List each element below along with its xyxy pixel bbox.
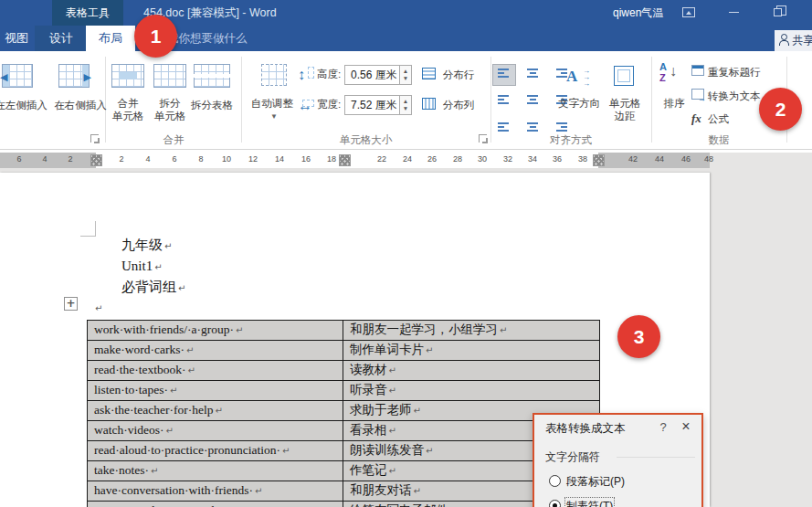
cell-chinese[interactable]: 听录音↵: [343, 381, 600, 401]
ruler[interactable]: 6422468101214161822242628303234363842444…: [0, 153, 812, 168]
column-marker-icon[interactable]: [339, 154, 351, 166]
empty-paragraph: ↵: [93, 299, 102, 317]
align-icon: [554, 69, 567, 82]
insert-left-icon: ◀: [2, 64, 33, 88]
paragraph: Unit1↵: [121, 258, 163, 276]
height-spinner[interactable]: ▲▼: [400, 65, 412, 85]
align-center-center-button[interactable]: [521, 89, 544, 111]
ruler-number: 30: [475, 154, 490, 164]
ruler-number: 6: [12, 154, 26, 164]
account-user-name[interactable]: qiwen气温: [613, 0, 663, 26]
table-row: read·aloud·to·practice·pronunciation·↵朗读…: [88, 441, 600, 461]
cell-size-dialog-launcher-icon[interactable]: [479, 134, 487, 143]
column-marker-icon[interactable]: [90, 154, 102, 166]
align-top-left-button[interactable]: [492, 64, 516, 86]
height-input[interactable]: 0.56 厘米: [344, 65, 400, 85]
paragraph-text[interactable]: 九年级: [121, 238, 163, 252]
cell-english[interactable]: read·the·textbook·↵: [88, 361, 343, 381]
ribbon-display-options-icon[interactable]: [682, 7, 695, 17]
height-label: 高度:: [314, 68, 343, 81]
dialog-close-icon[interactable]: ×: [678, 418, 694, 435]
ruler-number: 26: [425, 154, 439, 164]
sort-z-letter: Z: [659, 73, 666, 83]
ruler-offpage-area: [710, 153, 812, 168]
dialog-help-icon[interactable]: ?: [656, 420, 670, 434]
paragraph-mark-icon: ↵: [500, 325, 507, 335]
ruler-number: 14: [272, 154, 287, 164]
cell-english[interactable]: take·notes·↵: [88, 461, 343, 481]
width-input[interactable]: 7.52 厘米: [344, 95, 400, 115]
convert-to-text-icon: [691, 89, 704, 100]
paragraph-mark-icon: ↵: [414, 486, 421, 496]
column-marker-icon[interactable]: [593, 154, 605, 166]
annotation-step-2: 2: [759, 88, 802, 131]
cell-text: 朗读训练发音: [350, 443, 424, 457]
share-label: 共享: [792, 34, 812, 47]
align-bottom-left-button[interactable]: [492, 113, 516, 135]
align-bottom-right-button[interactable]: [549, 113, 573, 135]
restore-window-icon[interactable]: [774, 8, 782, 16]
person-icon: [778, 34, 789, 46]
align-center-left-button[interactable]: [492, 89, 516, 111]
ruler-number: 10: [219, 154, 234, 164]
cell-english[interactable]: read·aloud·to·practice·pronunciation·↵: [88, 441, 343, 461]
text-direction-button[interactable]: 文字方向: [555, 97, 603, 111]
group-divider: [617, 457, 695, 458]
cell-margins-button[interactable]: 单元格 边距: [601, 97, 649, 122]
paragraph-mark-icon: ↵: [178, 283, 185, 293]
cell-text: 求助于老师: [350, 403, 412, 417]
distribute-columns-button[interactable]: 分布列: [438, 99, 479, 112]
ruler-number: 34: [525, 154, 540, 164]
cell-margins-label-1: 单元格: [601, 97, 649, 110]
ruler-number: 4: [141, 154, 155, 164]
merge-cells-button[interactable]: 合并 单元格: [104, 97, 152, 122]
radio-icon: [549, 475, 561, 487]
paragraph-mark-icon: ↵: [187, 365, 195, 375]
cell-english[interactable]: listen·to·tapes·↵: [88, 381, 343, 401]
cell-english[interactable]: ask·the·teacher·for·help↵: [88, 401, 343, 421]
rows-columns-dialog-launcher-icon[interactable]: [90, 134, 99, 143]
cell-text: listen·to·tapes·: [94, 383, 168, 396]
cell-text: 作笔记: [350, 463, 387, 477]
share-button[interactable]: 共享: [775, 30, 812, 51]
cell-english[interactable]: write·e-mails·to·pen·pals·↵: [88, 502, 343, 507]
cell-chinese[interactable]: 读教材↵: [343, 361, 600, 381]
cell-english[interactable]: work·with·friends/·a·group·↵: [88, 321, 343, 341]
cell-margins-label-2: 边距: [601, 110, 649, 122]
cell-english[interactable]: make·word·carks·↵: [88, 341, 343, 361]
cell-english[interactable]: have·conversation·with·friends·↵: [88, 481, 343, 502]
tab-layout[interactable]: 布局: [86, 26, 135, 51]
repeat-header-rows-button[interactable]: 重复标题行: [708, 66, 774, 79]
distribute-columns-icon: [422, 98, 436, 110]
ruler-number: 4: [37, 154, 52, 164]
paragraph-mark-icon: ↵: [255, 486, 262, 496]
cell-text: work·with·friends/·a·group·: [94, 322, 234, 336]
align-top-center-button[interactable]: [521, 64, 544, 86]
cell-text: take·notes·: [94, 463, 149, 477]
cell-english[interactable]: watch·videos·↵: [88, 421, 343, 441]
tab-design[interactable]: 设计: [37, 26, 86, 51]
paragraph-text[interactable]: Unit1: [121, 259, 153, 273]
align-bottom-center-button[interactable]: [521, 113, 544, 135]
cell-chinese[interactable]: 和朋友一起学习，小组学习↵: [343, 321, 600, 341]
autofit-button[interactable]: 自动调整: [243, 97, 301, 111]
paragraph: 必背词组↵: [121, 279, 185, 297]
split-table-button[interactable]: 拆分表格: [185, 99, 239, 112]
align-icon: [526, 93, 539, 107]
width-spinner[interactable]: ▲▼: [400, 95, 412, 115]
table-move-handle[interactable]: +: [64, 297, 78, 311]
doc-table[interactable]: work·with·friends/·a·group·↵和朋友一起学习，小组学习…: [87, 320, 600, 507]
annotation-step-1: 1: [134, 15, 177, 58]
paragraph-text[interactable]: 必背词组: [121, 280, 176, 294]
autofit-dropdown-icon[interactable]: ▼: [270, 112, 278, 121]
distribute-rows-button[interactable]: 分布行: [438, 69, 479, 82]
cell-text: 写电子邮件: [387, 503, 449, 507]
sort-a-letter: A: [659, 62, 667, 72]
minimize-icon[interactable]: [729, 12, 739, 13]
sort-button[interactable]: 排序: [652, 97, 696, 111]
align-icon: [554, 118, 567, 132]
cell-chinese[interactable]: 制作单词卡片↵: [343, 341, 600, 361]
tab-view[interactable]: 视图: [0, 26, 33, 51]
cell-text: read·the·textbook·: [94, 363, 185, 376]
align-icon: [526, 118, 539, 132]
